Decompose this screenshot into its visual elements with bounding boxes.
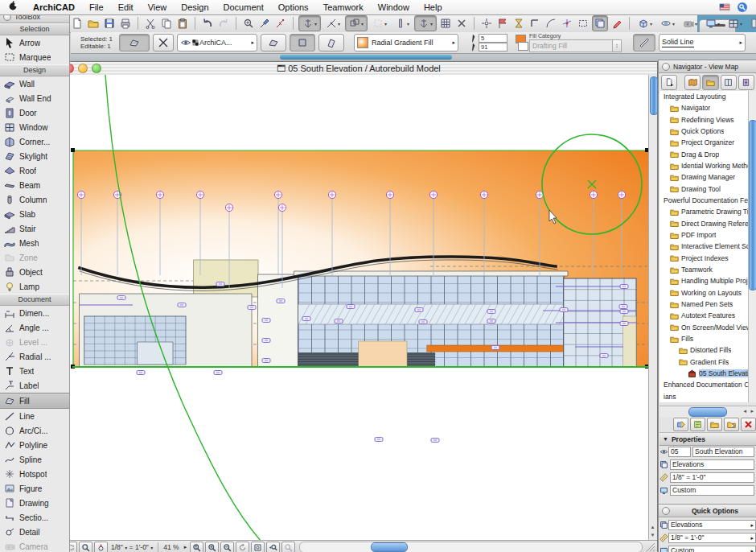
tool-door[interactable]: Door	[0, 105, 69, 120]
model-view-field[interactable]: Custom	[670, 485, 754, 496]
drawing-canvas[interactable]	[60, 75, 649, 540]
fly-mode-button[interactable]	[560, 16, 574, 31]
tool-wall-end[interactable]: Wall End	[0, 91, 69, 105]
close-icon[interactable]	[662, 507, 670, 515]
tool-stair[interactable]: Stair	[0, 221, 69, 236]
apple-menu[interactable]	[0, 0, 26, 15]
tree-item[interactable]: Handling Multiple Projec	[659, 275, 756, 286]
scroll-up-arrow[interactable]: ▲	[649, 523, 656, 531]
horizontal-scrollbar[interactable]	[299, 542, 643, 552]
scale-field[interactable]: 1/8" = 1'-0"	[670, 472, 754, 483]
project-chooser-button[interactable]	[661, 75, 677, 90]
menu-edit[interactable]: Edit	[111, 2, 141, 12]
zoom-value-button[interactable]	[190, 542, 203, 552]
tool-mesh[interactable]: Mesh	[0, 236, 69, 250]
pen-1-field[interactable]: 5	[479, 34, 507, 43]
virtual-trace-button[interactable]	[479, 16, 494, 31]
tool-fill[interactable]: Fill	[0, 393, 69, 409]
print-button[interactable]	[118, 16, 133, 31]
tool-roof[interactable]: Roof	[0, 163, 69, 178]
table-view-button[interactable]	[438, 16, 453, 31]
tool-wall[interactable]: Wall	[0, 76, 69, 91]
fill-type-dropdown[interactable]: Radial Gradient Fill▸	[354, 34, 458, 51]
ghost-options-button[interactable]: ▾	[369, 16, 390, 31]
resize-grip[interactable]	[646, 542, 655, 552]
menu-help[interactable]: Help	[417, 2, 450, 12]
vertical-scrollbar[interactable]: ▲ ▼	[648, 75, 657, 540]
tool-camera[interactable]: Camera	[0, 539, 69, 552]
tool-marquee[interactable]: Marquee	[0, 50, 69, 64]
tree-item[interactable]: Fills	[659, 333, 756, 344]
new-document-button[interactable]	[70, 16, 84, 31]
zoom-in-button[interactable]	[205, 542, 219, 552]
tree-scroll-thumb[interactable]	[749, 120, 756, 290]
tree-scroll-left-arrow[interactable]: ◂	[743, 408, 746, 414]
menu-view[interactable]: View	[141, 2, 175, 12]
column-options-button[interactable]: ▾	[392, 16, 413, 31]
flag-tool-button[interactable]	[495, 16, 510, 31]
toolbox-section-selection[interactable]: Selection	[0, 23, 69, 35]
transform-options-button[interactable]: ▾	[414, 15, 437, 31]
menu-design[interactable]: Design	[174, 2, 216, 12]
tree-item[interactable]: Redefining Views	[659, 114, 756, 126]
scroll-down-arrow[interactable]: ▼	[649, 531, 656, 539]
tool-arrow[interactable]: Arrow	[0, 35, 69, 50]
corner-guide-button[interactable]	[528, 16, 542, 31]
toolbox-section-design[interactable]: Design	[0, 64, 69, 76]
menu-options[interactable]: Options	[271, 2, 316, 12]
tree-item[interactable]: Project Indexes	[659, 253, 756, 264]
toolbox-section-document[interactable]: Document	[0, 294, 69, 306]
properties-header[interactable]: ▼Properties	[659, 432, 756, 446]
tree-item[interactable]: PDF Import	[659, 229, 756, 241]
tool-column[interactable]: Column	[0, 192, 69, 207]
view-name-field[interactable]: South Elevation	[692, 447, 754, 457]
fill-tool-indicator-button[interactable]	[119, 34, 150, 51]
fill-construction-method-2[interactable]	[290, 34, 315, 51]
tree-item[interactable]: Enhanced Documentation C	[659, 379, 756, 390]
markup-pen-button[interactable]	[610, 16, 624, 31]
tree-item[interactable]: Navigator	[659, 102, 756, 113]
close-icon[interactable]	[662, 63, 670, 71]
zoom-percent[interactable]: 41 %	[163, 543, 179, 551]
menu-archicad[interactable]: ArchiCAD	[26, 2, 82, 12]
arc-guide-button[interactable]	[544, 16, 558, 31]
menu-window[interactable]: Window	[371, 2, 417, 12]
tool-text[interactable]: Text	[0, 364, 69, 378]
tool-arc-circle[interactable]: Arc/Ci...	[0, 423, 69, 438]
previous-zoom-button[interactable]	[266, 542, 280, 552]
tool-line[interactable]: Line	[0, 409, 69, 423]
fill-construction-method-3[interactable]	[318, 34, 344, 51]
fit-in-window-button[interactable]	[251, 542, 265, 552]
orbit-options-button[interactable]: ▾	[657, 16, 678, 31]
tab-view-map[interactable]	[702, 75, 718, 90]
tree-item[interactable]: 05 South Elevation	[659, 368, 756, 379]
tree-item[interactable]: Idential Working Method	[659, 160, 756, 171]
align-options-button[interactable]: ▾	[323, 16, 343, 31]
tool-window[interactable]: Window	[0, 120, 69, 134]
tool-lamp[interactable]: Lamp	[0, 279, 69, 294]
tool-slab[interactable]: Slab	[0, 207, 69, 221]
tool-spline[interactable]: Spline	[0, 452, 69, 467]
tool-skylight[interactable]: Skylight	[0, 149, 69, 163]
move-options-button[interactable]: ▾	[298, 15, 321, 31]
line-type-dropdown[interactable]: Solid Line ▸	[659, 34, 746, 51]
tool-figure[interactable]: Figure	[0, 481, 69, 496]
menu-file[interactable]: File	[82, 2, 111, 12]
tree-item[interactable]: On Screen/Model View C	[659, 322, 756, 333]
save-button[interactable]	[102, 16, 117, 31]
window-options-button[interactable]: ▾	[747, 16, 756, 31]
favorites-dropdown[interactable]: ArchiCA...▸	[177, 34, 257, 51]
tree-item[interactable]: Direct Drawing Referenc	[659, 218, 756, 229]
copy-button[interactable]	[159, 16, 174, 31]
vertical-scroll-thumb[interactable]	[650, 76, 658, 115]
close-view-button[interactable]	[454, 16, 469, 31]
tree-item[interactable]: Drawing Tool	[659, 183, 756, 195]
fill-category-stepper[interactable]: ↕	[613, 39, 622, 52]
tree-scroll-right-arrow[interactable]: ▸	[750, 408, 754, 414]
tree-item[interactable]: Distorted Fills	[659, 344, 756, 356]
tree-hscroll-thumb[interactable]	[688, 407, 727, 417]
cut-button[interactable]	[143, 16, 158, 31]
minimize-window-button[interactable]	[78, 64, 88, 73]
zoom-mode-button[interactable]	[79, 542, 92, 552]
qo-model-view-options[interactable]: Custom▸	[659, 545, 756, 552]
